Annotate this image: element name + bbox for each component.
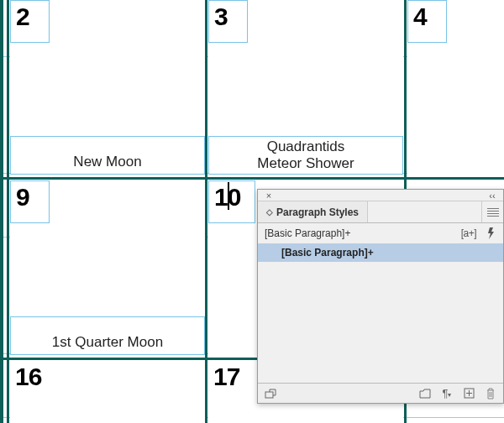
day-number-frame[interactable]: 16 xyxy=(10,361,46,393)
map-to-cc-icon[interactable] xyxy=(265,388,276,400)
grid-hline xyxy=(0,177,504,180)
day-number-frame[interactable]: 3 xyxy=(208,0,248,43)
day-number: 3 xyxy=(214,3,228,30)
day-number: 16 xyxy=(15,363,41,390)
day-number: 4 xyxy=(413,3,427,30)
day-number-frame[interactable]: 2 xyxy=(10,0,50,43)
quick-apply-icon[interactable] xyxy=(485,227,496,239)
calendar-cell[interactable]: 9 1st Quarter Moon xyxy=(10,180,205,358)
svg-rect-0 xyxy=(265,392,273,398)
grid-vline xyxy=(205,0,207,423)
style-row-basic-paragraph[interactable]: [Basic Paragraph]+ xyxy=(258,243,503,262)
collapse-icon[interactable]: ‹‹ xyxy=(486,190,498,201)
style-list[interactable]: [Basic Paragraph]+ xyxy=(258,243,503,369)
day-number: 2 xyxy=(16,3,29,30)
panel-titlebar[interactable]: × ‹‹ xyxy=(258,190,503,201)
hamburger-icon xyxy=(487,208,499,217)
sort-icon: ◇ xyxy=(266,207,273,217)
calendar-cell[interactable]: 2 New Moon xyxy=(10,0,205,177)
tab-label: Paragraph Styles xyxy=(276,206,359,218)
event-frame[interactable]: 1st Quarter Moon xyxy=(10,316,205,355)
text-cursor xyxy=(228,182,229,210)
tab-spacer xyxy=(368,201,481,222)
day-number-frame[interactable]: 9 xyxy=(10,180,50,223)
day-number-frame[interactable]: 10 xyxy=(208,180,255,223)
day-number: 9 xyxy=(16,183,29,211)
clear-overrides-icon[interactable]: ¶▾ xyxy=(441,388,453,400)
folder-icon[interactable] xyxy=(419,388,431,400)
trash-icon[interactable] xyxy=(485,388,496,400)
day-number: 17 xyxy=(213,363,239,390)
calendar-cell[interactable]: 16 xyxy=(10,361,205,423)
calendar-cell[interactable]: 3 Quadrantids Meteor Shower xyxy=(208,0,403,177)
pilcrow-icon: ¶ xyxy=(443,387,449,400)
tab-paragraph-styles[interactable]: ◇ Paragraph Styles xyxy=(258,201,368,222)
grid-vline xyxy=(0,0,3,423)
panel-status-row: [Basic Paragraph]+ [a+] xyxy=(258,223,503,243)
event-text: Quadrantids Meteor Shower xyxy=(257,138,354,171)
day-number-frame[interactable]: 17 xyxy=(208,361,244,393)
day-number-frame[interactable]: 4 xyxy=(407,0,447,43)
paragraph-styles-panel[interactable]: × ‹‹ ◇ Paragraph Styles [Basic Paragraph… xyxy=(257,189,504,404)
grid-vline xyxy=(7,0,9,423)
style-row-label: [Basic Paragraph]+ xyxy=(281,247,374,258)
close-icon[interactable]: × xyxy=(263,190,275,201)
calendar-cell[interactable]: 4 xyxy=(407,0,504,177)
applied-style-label: [Basic Paragraph]+ xyxy=(265,227,350,239)
panel-footer: ¶▾ xyxy=(258,383,503,403)
event-frame[interactable]: New Moon xyxy=(10,136,205,175)
override-indicator[interactable]: [a+] xyxy=(461,227,476,239)
new-style-icon[interactable] xyxy=(463,388,475,400)
event-text: 1st Quarter Moon xyxy=(52,334,163,351)
indesign-canvas: 2 New Moon 3 Quadrantids Meteor Shower 4… xyxy=(0,0,504,423)
panel-menu-button[interactable] xyxy=(481,201,503,222)
panel-tabbar: ◇ Paragraph Styles xyxy=(258,201,503,223)
event-frame[interactable]: Quadrantids Meteor Shower xyxy=(208,136,403,175)
event-text: New Moon xyxy=(73,154,141,170)
